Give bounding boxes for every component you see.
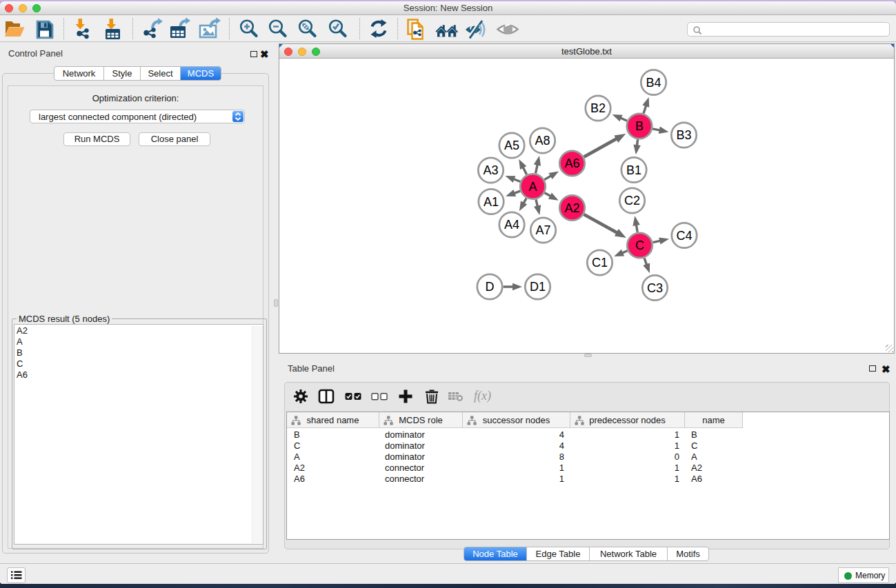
svg-text:C3: C3 (647, 281, 663, 295)
svg-text:B2: B2 (590, 101, 606, 115)
svg-text:A4: A4 (504, 218, 519, 232)
svg-text:A: A (528, 180, 537, 194)
svg-text:A7: A7 (535, 223, 550, 237)
svg-text:A8: A8 (535, 134, 550, 148)
svg-text:D1: D1 (530, 280, 546, 294)
svg-text:D: D (486, 280, 495, 294)
svg-text:B: B (635, 119, 644, 133)
svg-text:C2: C2 (624, 194, 640, 207)
svg-text:A5: A5 (504, 139, 519, 152)
svg-text:A1: A1 (484, 195, 499, 209)
svg-text:A2: A2 (564, 201, 579, 215)
svg-text:C1: C1 (592, 256, 608, 270)
svg-text:B1: B1 (626, 163, 641, 177)
svg-text:A6: A6 (564, 156, 579, 170)
svg-text:A3: A3 (483, 163, 498, 177)
svg-text:C4: C4 (676, 229, 692, 243)
svg-text:B3: B3 (676, 128, 691, 142)
svg-text:B4: B4 (646, 76, 661, 90)
svg-text:C: C (635, 239, 644, 252)
